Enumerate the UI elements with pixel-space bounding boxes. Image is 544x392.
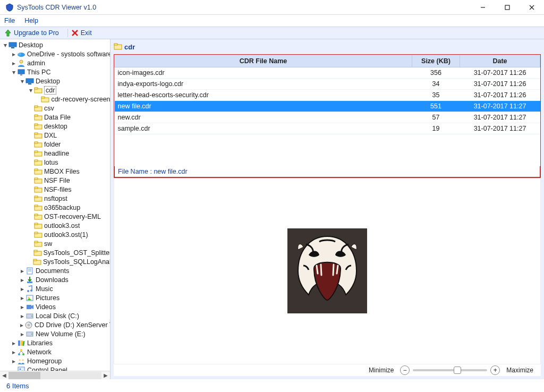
table-row[interactable]: indya-exports-logo.cdr3431-07-2017 11:26 bbox=[115, 79, 540, 90]
exit-button[interactable]: Exit bbox=[71, 29, 92, 37]
zoom-bar: Minimize − + Maximize bbox=[114, 364, 541, 376]
folder-icon bbox=[34, 194, 42, 203]
col-header-name[interactable]: CDR File Name bbox=[115, 55, 412, 67]
tree-node[interactable]: ▾Desktop bbox=[0, 76, 110, 86]
table-row[interactable]: new file.cdr55131-07-2017 11:27 bbox=[115, 101, 540, 112]
zoom-in-button[interactable]: + bbox=[490, 365, 500, 375]
twisty-none: ▸ bbox=[11, 367, 17, 371]
tree-node[interactable]: ▸folder bbox=[0, 140, 110, 149]
tree-node[interactable]: ▸Data File bbox=[0, 113, 110, 122]
tree-node[interactable]: ▸DXL bbox=[0, 131, 110, 140]
expand-icon[interactable]: ▸ bbox=[19, 277, 26, 283]
folder-icon bbox=[34, 231, 42, 239]
tree-node[interactable]: ▸outlook3.ost(1) bbox=[0, 230, 110, 239]
tree-node[interactable]: ▸outlook3.ost bbox=[0, 221, 110, 230]
cell-date: 31-07-2017 11:27 bbox=[460, 123, 540, 134]
tree-node[interactable]: ▸OST-recovery-EML bbox=[0, 212, 110, 221]
menu-help[interactable]: Help bbox=[24, 17, 38, 24]
expand-icon[interactable]: ▸ bbox=[19, 313, 26, 319]
folder-icon bbox=[34, 167, 42, 176]
expand-icon[interactable]: ▸ bbox=[11, 51, 17, 57]
folder-icon bbox=[34, 122, 42, 131]
scroll-thumb[interactable] bbox=[8, 372, 40, 379]
expand-icon[interactable]: ▸ bbox=[11, 60, 17, 66]
minimize-button[interactable] bbox=[471, 0, 495, 15]
scroll-track[interactable] bbox=[8, 372, 101, 379]
tree-node[interactable]: ▸Libraries bbox=[0, 338, 110, 347]
expand-icon[interactable]: ▸ bbox=[19, 304, 26, 310]
tree-node[interactable]: ▸Downloads bbox=[0, 275, 110, 284]
tree-node[interactable]: ▸csv bbox=[0, 104, 110, 113]
tree-node[interactable]: ▸cdr-recovery-screenshots bbox=[0, 95, 110, 104]
tree-node[interactable]: ▸MBOX Files bbox=[0, 167, 110, 176]
expand-icon[interactable]: ▸ bbox=[11, 349, 17, 355]
tree-node[interactable]: ▾Desktop bbox=[0, 40, 110, 49]
folder-tree[interactable]: ▾Desktop▸OneDrive - systools software▸ad… bbox=[0, 39, 110, 371]
zoom-slider-thumb[interactable] bbox=[454, 367, 461, 374]
cell-date: 31-07-2017 11:27 bbox=[460, 101, 540, 112]
tree-node[interactable]: ▾cdr bbox=[0, 86, 110, 95]
tree-node[interactable]: ▸NSF File bbox=[0, 176, 110, 185]
tree-node[interactable]: ▸Music bbox=[0, 284, 110, 293]
collapse-icon[interactable]: ▾ bbox=[28, 87, 34, 93]
tree-node[interactable]: ▸sw bbox=[0, 239, 110, 248]
tree-node[interactable]: ▸o365backup bbox=[0, 203, 110, 212]
tree-node[interactable]: ▸SysTools_OST_Splitter_2 bbox=[0, 248, 110, 257]
tree-node-label: New Volume (E:) bbox=[36, 330, 86, 338]
tree-node-label: csv bbox=[44, 105, 54, 112]
menu-file[interactable]: File bbox=[4, 17, 15, 24]
twisty-none: ▸ bbox=[28, 159, 34, 166]
tree-node[interactable]: ▸Network bbox=[0, 347, 110, 356]
expand-icon[interactable]: ▸ bbox=[19, 322, 24, 328]
tree-node[interactable]: ▸Control Panel bbox=[0, 365, 110, 371]
table-row[interactable]: letter-head-escorts-security.cdr3531-07-… bbox=[115, 90, 540, 101]
twisty-none: ▸ bbox=[28, 168, 34, 175]
tree-node[interactable]: ▸NSF-files bbox=[0, 185, 110, 194]
tree-node-label: Pictures bbox=[36, 294, 60, 302]
collapse-icon[interactable]: ▾ bbox=[19, 78, 26, 84]
tree-node[interactable]: ▸CD Drive (D:) XenServer Tools bbox=[0, 320, 110, 329]
tree-node[interactable]: ▸nsftopst bbox=[0, 194, 110, 203]
tree-node[interactable]: ▸Local Disk (C:) bbox=[0, 311, 110, 320]
tree-node[interactable]: ▸Videos bbox=[0, 302, 110, 311]
tree-node-label: Network bbox=[27, 348, 52, 356]
tree-node[interactable]: ▸headline bbox=[0, 149, 110, 158]
scroll-right-icon[interactable]: ► bbox=[101, 372, 110, 379]
collapse-icon[interactable]: ▾ bbox=[11, 69, 17, 75]
expand-icon[interactable]: ▸ bbox=[11, 340, 17, 346]
close-button[interactable] bbox=[520, 0, 544, 15]
tree-node-label: MBOX Files bbox=[44, 168, 80, 175]
expand-icon[interactable]: ▸ bbox=[19, 268, 26, 274]
tree-node[interactable]: ▸New Volume (E:) bbox=[0, 329, 110, 338]
col-header-date[interactable]: Date bbox=[460, 55, 540, 67]
zoom-min-label: Minimize bbox=[369, 367, 394, 374]
expand-icon[interactable]: ▸ bbox=[19, 331, 26, 337]
col-header-size[interactable]: Size (KB) bbox=[412, 55, 460, 67]
tree-node[interactable]: ▸SysTools_SQLLogAnalyzer bbox=[0, 257, 110, 266]
tree-node[interactable]: ▸OneDrive - systools software bbox=[0, 49, 110, 58]
tree-node[interactable]: ▸Homegroup bbox=[0, 356, 110, 365]
maximize-button[interactable] bbox=[495, 0, 520, 15]
collapse-icon[interactable]: ▾ bbox=[2, 42, 8, 48]
tree-node[interactable]: ▾This PC bbox=[0, 67, 110, 76]
expand-icon[interactable]: ▸ bbox=[11, 358, 17, 364]
zoom-slider[interactable] bbox=[413, 369, 487, 371]
twisty-none: ▸ bbox=[28, 250, 33, 256]
scroll-left-icon[interactable]: ◄ bbox=[0, 372, 8, 379]
table-row[interactable]: sample.cdr1931-07-2017 11:27 bbox=[115, 123, 540, 134]
tree-node[interactable]: ▸Documents bbox=[0, 266, 110, 275]
tree-node[interactable]: ▸Pictures bbox=[0, 293, 110, 302]
horizontal-scrollbar[interactable]: ◄ ► bbox=[0, 371, 110, 379]
expand-icon[interactable]: ▸ bbox=[19, 295, 26, 301]
desktop-icon bbox=[8, 41, 17, 49]
tree-node[interactable]: ▸desktop bbox=[0, 122, 110, 131]
upgrade-button[interactable]: Upgrade to Pro bbox=[4, 29, 59, 37]
tree-node[interactable]: ▸lotus bbox=[0, 158, 110, 167]
twisty-none: ▸ bbox=[28, 177, 34, 184]
table-row[interactable]: icon-images.cdr35631-07-2017 11:26 bbox=[115, 67, 540, 79]
path-header: cdr bbox=[114, 42, 541, 51]
table-row[interactable]: new.cdr5731-07-2017 11:27 bbox=[115, 112, 540, 123]
tree-node[interactable]: ▸admin bbox=[0, 58, 110, 67]
expand-icon[interactable]: ▸ bbox=[19, 286, 26, 292]
zoom-out-button[interactable]: − bbox=[400, 365, 410, 375]
